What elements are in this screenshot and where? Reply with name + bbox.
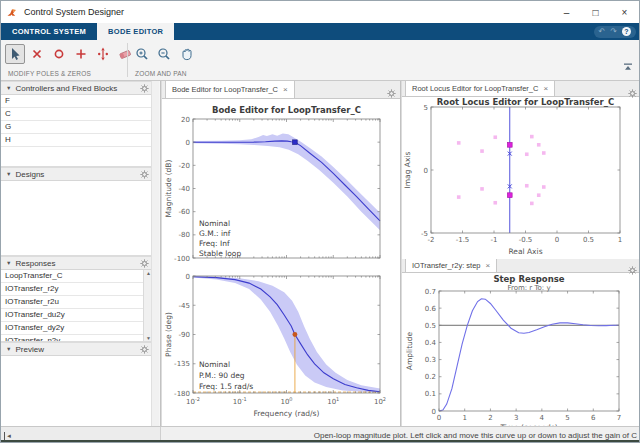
list-item[interactable]: F: [1, 95, 153, 108]
tab-bode-editor[interactable]: BODE EDITOR: [97, 23, 174, 40]
sampled-pole: [542, 185, 546, 189]
svg-text:-1: -1: [491, 236, 498, 244]
list-item[interactable]: IOTransfer_dy2y: [1, 322, 143, 335]
sampled-pole: [525, 152, 529, 156]
svg-text:-135: -135: [174, 360, 190, 368]
svg-text:20: 20: [181, 116, 190, 124]
help-icon[interactable]: ?: [622, 27, 631, 36]
redo-icon[interactable]: ↷: [610, 26, 617, 38]
svg-text:-45: -45: [179, 302, 190, 310]
add-pole-button[interactable]: [71, 44, 91, 64]
svg-text:0.5: 0.5: [425, 322, 436, 330]
pointer-icon: [7, 46, 23, 62]
sampled-pole: [542, 151, 546, 155]
designs-list: [1, 181, 153, 256]
close-button[interactable]: ×: [610, 1, 639, 23]
step-response-plot[interactable]: 0123456700.10.20.30.40.50.60.7Step Respo…: [402, 273, 640, 426]
sidebar-scroll-track[interactable]: [151, 81, 159, 426]
svg-text:100: 100: [280, 396, 292, 406]
gear-icon[interactable]: [140, 84, 149, 93]
svg-text:0.7: 0.7: [425, 288, 436, 296]
collapse-toolstrip-icon[interactable]: [622, 58, 634, 76]
pointer-tool-button[interactable]: [5, 44, 25, 64]
list-item[interactable]: IOTransfer_r2y: [1, 283, 143, 296]
bode-magnitude-plot[interactable]: 200-20-40-60-80-100Bode Editor for LoopT…: [162, 99, 401, 262]
zoom-in-button[interactable]: [132, 44, 152, 64]
section-header-designs[interactable]: ▼ Designs: [1, 167, 153, 181]
list-item[interactable]: IOTransfer_r2u: [1, 296, 143, 309]
undo-icon[interactable]: ↶: [599, 26, 606, 38]
svg-text:Nominal: Nominal: [199, 360, 230, 369]
maximize-button[interactable]: □: [581, 1, 610, 23]
add-zero-button[interactable]: [49, 44, 69, 64]
svg-text:Freq: 1.5 rad/s: Freq: 1.5 rad/s: [199, 382, 253, 391]
svg-text:0.5: 0.5: [583, 236, 594, 244]
responses-list: LoopTransfer_CIOTransfer_r2yIOTransfer_r…: [1, 270, 153, 342]
list-item[interactable]: C: [1, 108, 153, 121]
list-item[interactable]: LoopTransfer_C: [1, 270, 143, 283]
delete-pole-zero-button[interactable]: [27, 44, 47, 64]
tab-control-system[interactable]: CONTROL SYSTEM: [1, 23, 97, 40]
svg-text:Frequency (rad/s): Frequency (rad/s): [254, 409, 320, 418]
bode-editor-tab[interactable]: Bode Editor for LoopTransfer_C ×: [165, 81, 295, 98]
controllers-list: FCGH: [1, 95, 153, 167]
red-plus-icon: [73, 46, 89, 62]
sampled-pole: [537, 143, 541, 147]
minimize-button[interactable]: –: [552, 1, 581, 23]
group-zoom-and-pan: ZOOM AND PAN: [132, 40, 196, 80]
quick-access-toolbar: ↶ ↷ ?: [594, 26, 636, 38]
svg-text:-40: -40: [179, 185, 190, 193]
svg-text:0.2: 0.2: [425, 373, 436, 381]
section-header-preview[interactable]: ▼ Preview: [1, 342, 153, 356]
close-tab-icon[interactable]: ×: [283, 85, 288, 94]
zoom-out-button[interactable]: [154, 44, 174, 64]
gear-icon[interactable]: [140, 170, 149, 179]
section-title: Responses: [15, 259, 140, 268]
add-complex-pair-button[interactable]: [93, 44, 113, 64]
close-tab-icon[interactable]: ×: [543, 84, 548, 93]
svg-text:Imag Axis: Imag Axis: [403, 152, 412, 189]
group-label: ZOOM AND PAN: [135, 70, 187, 77]
list-item[interactable]: IOTransfer_n2y: [1, 335, 143, 342]
close-tab-icon[interactable]: ×: [486, 261, 491, 270]
main-area: ▼ Controllers and Fixed Blocks FCGH ▼ De…: [1, 81, 640, 426]
step-response-tab[interactable]: IOTransfer_r2y: step ×: [405, 259, 497, 272]
root-locus-tab[interactable]: Root Locus Editor for LoopTransfer_C ×: [405, 81, 555, 96]
tab-label: Root Locus Editor for LoopTransfer_C: [412, 84, 538, 93]
section-header-controllers[interactable]: ▼ Controllers and Fixed Blocks: [1, 81, 153, 95]
closed-loop-pole-marker: [507, 193, 512, 198]
svg-text:1: 1: [462, 414, 466, 422]
scroll-left-icon[interactable]: ◄: [4, 432, 12, 440]
red-circle-icon: [51, 46, 67, 62]
svg-text:P.M.: 90 deg: P.M.: 90 deg: [199, 371, 245, 380]
pan-hand-icon: [178, 46, 194, 62]
svg-text:6: 6: [591, 414, 596, 422]
tab-label: Bode Editor for LoopTransfer_C: [172, 85, 278, 94]
chevron-down-icon: ▼: [6, 85, 11, 91]
window-title: Control System Designer: [24, 7, 124, 17]
root-locus-plot[interactable]: -2-1.5-1-0.500.51-505Root Locus Editor f…: [402, 97, 640, 259]
svg-text:-180: -180: [174, 390, 190, 398]
chevron-down-icon: ▼: [6, 346, 11, 352]
section-header-responses[interactable]: ▼ Responses: [1, 256, 153, 270]
bode-phase-plot[interactable]: 0-45-90-135-18010-210-1100101102Frequenc…: [162, 262, 401, 426]
step-tab-bar: IOTransfer_r2y: step ×: [402, 259, 640, 273]
sidebar: ▼ Controllers and Fixed Blocks FCGH ▼ De…: [1, 81, 161, 426]
sampled-pole: [457, 141, 461, 145]
sampled-pole: [537, 193, 541, 197]
pan-button[interactable]: [176, 44, 196, 64]
svg-text:Real Axis: Real Axis: [508, 247, 542, 256]
svg-text:-80: -80: [179, 231, 190, 239]
root-locus-panel: Root Locus Editor for LoopTransfer_C × -…: [402, 81, 640, 259]
ribbon-tabstrip: CONTROL SYSTEM BODE EDITOR: [1, 23, 639, 40]
svg-text:0.3: 0.3: [425, 356, 436, 364]
gear-icon[interactable]: [140, 345, 149, 354]
list-item[interactable]: IOTransfer_du2y: [1, 309, 143, 322]
list-item[interactable]: G: [1, 121, 153, 134]
eraser-icon: [117, 46, 133, 62]
gear-icon[interactable]: [140, 259, 149, 268]
svg-text:0: 0: [437, 414, 441, 422]
svg-text:3: 3: [514, 414, 518, 422]
svg-text:0.4: 0.4: [425, 339, 437, 347]
list-item[interactable]: H: [1, 134, 153, 147]
